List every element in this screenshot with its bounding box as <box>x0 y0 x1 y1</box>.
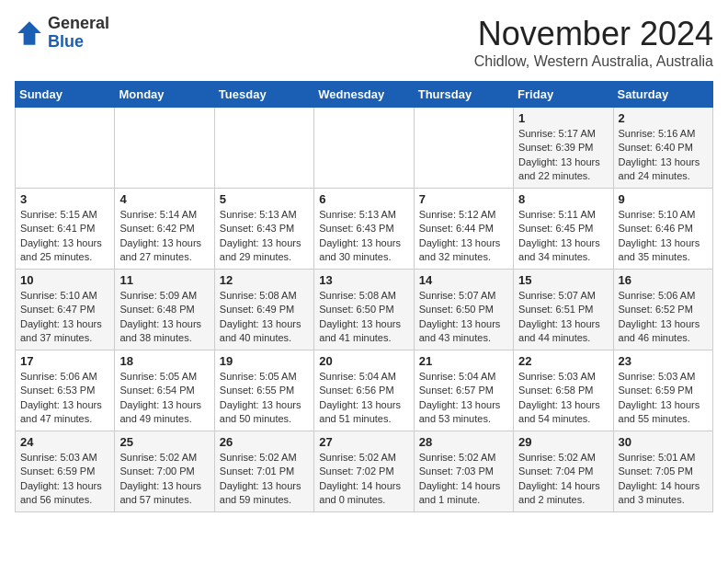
calendar-week-row: 1Sunrise: 5:17 AM Sunset: 6:39 PM Daylig… <box>16 108 713 189</box>
cell-details: Sunrise: 5:08 AM Sunset: 6:49 PM Dayligh… <box>220 289 309 346</box>
calendar-cell: 23Sunrise: 5:03 AM Sunset: 6:59 PM Dayli… <box>613 350 712 431</box>
calendar-cell: 13Sunrise: 5:08 AM Sunset: 6:50 PM Dayli… <box>314 270 414 350</box>
cell-details: Sunrise: 5:11 AM Sunset: 6:45 PM Dayligh… <box>518 208 608 265</box>
calendar-cell: 29Sunrise: 5:02 AM Sunset: 7:04 PM Dayli… <box>514 431 613 512</box>
weekday-header-row: SundayMondayTuesdayWednesdayThursdayFrid… <box>16 82 713 108</box>
day-number: 30 <box>619 435 708 449</box>
day-number: 3 <box>20 192 109 206</box>
cell-details: Sunrise: 5:06 AM Sunset: 6:52 PM Dayligh… <box>619 289 708 346</box>
cell-details: Sunrise: 5:10 AM Sunset: 6:47 PM Dayligh… <box>20 289 109 346</box>
calendar-cell: 5Sunrise: 5:13 AM Sunset: 6:43 PM Daylig… <box>214 189 313 270</box>
weekday-header: Thursday <box>414 82 513 108</box>
calendar-week-row: 10Sunrise: 5:10 AM Sunset: 6:47 PM Dayli… <box>16 270 713 350</box>
day-number: 27 <box>319 435 408 449</box>
calendar-cell: 20Sunrise: 5:04 AM Sunset: 6:56 PM Dayli… <box>314 350 414 431</box>
day-number: 2 <box>619 111 708 125</box>
calendar-week-row: 24Sunrise: 5:03 AM Sunset: 6:59 PM Dayli… <box>16 431 713 512</box>
calendar-cell: 27Sunrise: 5:02 AM Sunset: 7:02 PM Dayli… <box>314 431 414 512</box>
calendar-cell <box>214 108 313 189</box>
cell-details: Sunrise: 5:13 AM Sunset: 6:43 PM Dayligh… <box>220 208 309 265</box>
calendar-cell: 3Sunrise: 5:15 AM Sunset: 6:41 PM Daylig… <box>16 189 115 270</box>
day-number: 26 <box>220 435 309 449</box>
cell-details: Sunrise: 5:05 AM Sunset: 6:54 PM Dayligh… <box>119 370 209 427</box>
day-number: 5 <box>220 192 309 206</box>
calendar-cell: 1Sunrise: 5:17 AM Sunset: 6:39 PM Daylig… <box>514 108 613 189</box>
cell-details: Sunrise: 5:09 AM Sunset: 6:48 PM Dayligh… <box>119 289 209 346</box>
day-number: 18 <box>119 354 209 368</box>
day-number: 1 <box>518 111 608 125</box>
calendar-cell: 8Sunrise: 5:11 AM Sunset: 6:45 PM Daylig… <box>514 189 613 270</box>
cell-details: Sunrise: 5:05 AM Sunset: 6:55 PM Dayligh… <box>220 370 309 427</box>
calendar-cell: 26Sunrise: 5:02 AM Sunset: 7:01 PM Dayli… <box>214 431 313 512</box>
cell-details: Sunrise: 5:03 AM Sunset: 6:59 PM Dayligh… <box>20 451 109 508</box>
weekday-header: Wednesday <box>314 82 414 108</box>
cell-details: Sunrise: 5:02 AM Sunset: 7:00 PM Dayligh… <box>119 451 209 508</box>
calendar-cell: 19Sunrise: 5:05 AM Sunset: 6:55 PM Dayli… <box>214 350 313 431</box>
calendar-cell: 15Sunrise: 5:07 AM Sunset: 6:51 PM Dayli… <box>514 270 613 350</box>
cell-details: Sunrise: 5:15 AM Sunset: 6:41 PM Dayligh… <box>20 208 109 265</box>
day-number: 25 <box>119 435 209 449</box>
calendar-cell: 22Sunrise: 5:03 AM Sunset: 6:58 PM Dayli… <box>514 350 613 431</box>
calendar-cell <box>414 108 513 189</box>
weekday-header: Saturday <box>613 82 712 108</box>
calendar-table: SundayMondayTuesdayWednesdayThursdayFrid… <box>15 81 713 512</box>
weekday-header: Sunday <box>16 82 115 108</box>
title-block: November 2024 Chidlow, Western Australia… <box>474 15 713 70</box>
day-number: 8 <box>518 192 608 206</box>
day-number: 13 <box>319 273 408 287</box>
cell-details: Sunrise: 5:02 AM Sunset: 7:04 PM Dayligh… <box>518 451 608 508</box>
cell-details: Sunrise: 5:02 AM Sunset: 7:01 PM Dayligh… <box>220 451 309 508</box>
cell-details: Sunrise: 5:01 AM Sunset: 7:05 PM Dayligh… <box>619 451 708 508</box>
cell-details: Sunrise: 5:03 AM Sunset: 6:59 PM Dayligh… <box>619 370 708 427</box>
day-number: 7 <box>419 192 508 206</box>
day-number: 19 <box>220 354 309 368</box>
cell-details: Sunrise: 5:02 AM Sunset: 7:02 PM Dayligh… <box>319 451 408 508</box>
calendar-cell <box>314 108 414 189</box>
calendar-cell: 4Sunrise: 5:14 AM Sunset: 6:42 PM Daylig… <box>115 189 214 270</box>
cell-details: Sunrise: 5:12 AM Sunset: 6:44 PM Dayligh… <box>419 208 508 265</box>
day-number: 10 <box>20 273 109 287</box>
cell-details: Sunrise: 5:13 AM Sunset: 6:43 PM Dayligh… <box>319 208 408 265</box>
calendar-cell <box>115 108 214 189</box>
calendar-cell: 30Sunrise: 5:01 AM Sunset: 7:05 PM Dayli… <box>613 431 712 512</box>
day-number: 11 <box>119 273 209 287</box>
day-number: 6 <box>319 192 408 206</box>
day-number: 4 <box>119 192 209 206</box>
cell-details: Sunrise: 5:07 AM Sunset: 6:50 PM Dayligh… <box>419 289 508 346</box>
day-number: 17 <box>20 354 109 368</box>
calendar-cell: 6Sunrise: 5:13 AM Sunset: 6:43 PM Daylig… <box>314 189 414 270</box>
cell-details: Sunrise: 5:08 AM Sunset: 6:50 PM Dayligh… <box>319 289 408 346</box>
day-number: 20 <box>319 354 408 368</box>
calendar-cell: 7Sunrise: 5:12 AM Sunset: 6:44 PM Daylig… <box>414 189 513 270</box>
day-number: 21 <box>419 354 508 368</box>
calendar-cell: 25Sunrise: 5:02 AM Sunset: 7:00 PM Dayli… <box>115 431 214 512</box>
calendar-week-row: 17Sunrise: 5:06 AM Sunset: 6:53 PM Dayli… <box>16 350 713 431</box>
day-number: 28 <box>419 435 508 449</box>
day-number: 29 <box>518 435 608 449</box>
weekday-header: Tuesday <box>214 82 313 108</box>
cell-details: Sunrise: 5:10 AM Sunset: 6:46 PM Dayligh… <box>619 208 708 265</box>
location-subtitle: Chidlow, Western Australia, Australia <box>474 53 713 70</box>
calendar-cell: 28Sunrise: 5:02 AM Sunset: 7:03 PM Dayli… <box>414 431 513 512</box>
day-number: 15 <box>518 273 608 287</box>
calendar-cell: 14Sunrise: 5:07 AM Sunset: 6:50 PM Dayli… <box>414 270 513 350</box>
cell-details: Sunrise: 5:04 AM Sunset: 6:56 PM Dayligh… <box>319 370 408 427</box>
cell-details: Sunrise: 5:16 AM Sunset: 6:40 PM Dayligh… <box>619 127 708 184</box>
calendar-cell <box>16 108 115 189</box>
logo: General Blue <box>15 15 109 52</box>
cell-details: Sunrise: 5:17 AM Sunset: 6:39 PM Dayligh… <box>518 127 608 184</box>
day-number: 16 <box>619 273 708 287</box>
calendar-cell: 24Sunrise: 5:03 AM Sunset: 6:59 PM Dayli… <box>16 431 115 512</box>
day-number: 12 <box>220 273 309 287</box>
day-number: 23 <box>619 354 708 368</box>
day-number: 22 <box>518 354 608 368</box>
cell-details: Sunrise: 5:14 AM Sunset: 6:42 PM Dayligh… <box>119 208 209 265</box>
day-number: 9 <box>619 192 708 206</box>
cell-details: Sunrise: 5:02 AM Sunset: 7:03 PM Dayligh… <box>419 451 508 508</box>
calendar-week-row: 3Sunrise: 5:15 AM Sunset: 6:41 PM Daylig… <box>16 189 713 270</box>
day-number: 14 <box>419 273 508 287</box>
page-header: General Blue November 2024 Chidlow, West… <box>15 15 713 70</box>
day-number: 24 <box>20 435 109 449</box>
calendar-cell: 16Sunrise: 5:06 AM Sunset: 6:52 PM Dayli… <box>613 270 712 350</box>
calendar-cell: 17Sunrise: 5:06 AM Sunset: 6:53 PM Dayli… <box>16 350 115 431</box>
